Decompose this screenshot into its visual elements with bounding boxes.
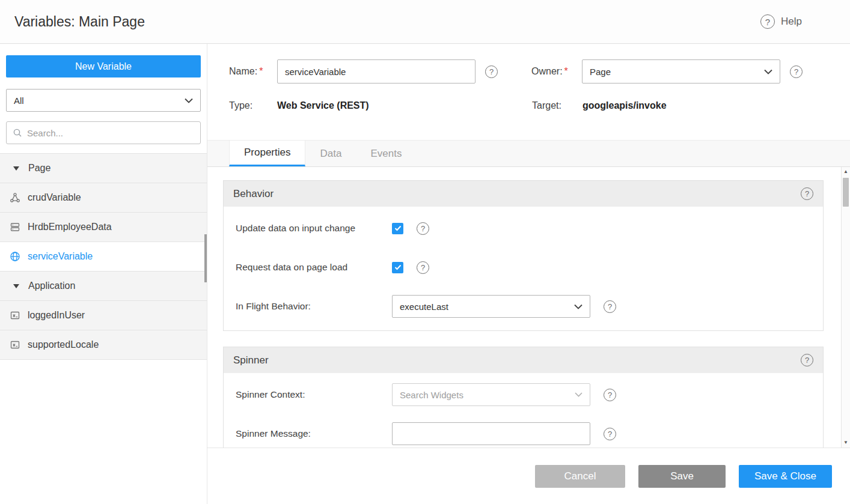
variable-label: HrdbEmployeeData <box>28 222 112 232</box>
required-marker: * <box>564 66 568 76</box>
tab-properties[interactable]: Properties <box>229 141 305 166</box>
tab-data[interactable]: Data <box>305 141 356 166</box>
help-label: Help <box>781 16 802 28</box>
spinner-message-input[interactable] <box>392 422 590 445</box>
chevron-down-icon <box>574 304 582 309</box>
database-icon <box>10 222 20 232</box>
target-label: Target: <box>532 100 582 111</box>
crud-variable-icon <box>10 192 20 203</box>
spinner-context-placeholder: Search Widgets <box>400 390 463 400</box>
field-label: Spinner Context: <box>236 389 392 400</box>
owner-label: Owner:* <box>531 66 582 77</box>
form-row: Spinner Message: ? <box>236 422 811 446</box>
owner-value: Page <box>590 67 611 77</box>
sidebar-scrollbar-thumb[interactable] <box>204 234 207 282</box>
help-icon[interactable]: ? <box>485 65 498 78</box>
chevron-down-icon <box>185 98 193 103</box>
update-data-on-input-change-checkbox[interactable] <box>392 223 403 234</box>
group-label: Application <box>28 281 75 291</box>
help-icon[interactable]: ? <box>604 428 616 440</box>
field-label: In Flight Behavior: <box>236 301 392 312</box>
sidebar-item-hrdbemployeedata[interactable]: HrdbEmployeeData <box>0 213 207 242</box>
field-label: Update data on input change <box>236 223 392 234</box>
filter-select[interactable]: All <box>6 89 201 112</box>
properties-panel: Behavior ? Update data on input change ?… <box>207 167 850 448</box>
field-label: Spinner Message: <box>236 428 392 439</box>
sidebar-group-page[interactable]: Page <box>0 154 207 183</box>
tab-bar: Properties Data Events <box>207 140 850 167</box>
help-icon[interactable]: ? <box>604 389 616 401</box>
dialog-header: Variables: Main Page ? Help <box>0 0 850 44</box>
new-variable-button[interactable]: New Variable <box>6 55 201 77</box>
help-icon: ? <box>760 14 775 29</box>
page-title: Variables: Main Page <box>14 14 145 30</box>
tab-events[interactable]: Events <box>356 141 416 166</box>
variable-form-header: Name:* ? Owner:* Page ? Type: Web Servic… <box>207 44 850 140</box>
help-icon[interactable]: ? <box>790 65 803 78</box>
filter-value: All <box>14 96 24 106</box>
dialog-footer: Cancel Save Save & Close <box>207 448 850 504</box>
section-title: Behavior <box>233 188 274 200</box>
static-variable-icon <box>10 310 20 321</box>
form-row: In Flight Behavior: executeLast ? <box>236 294 811 318</box>
help-icon[interactable]: ? <box>417 261 429 274</box>
group-label: Page <box>28 163 50 174</box>
variable-label: serviceVariable <box>28 251 93 262</box>
field-label: Request data on page load <box>236 262 392 273</box>
sidebar-item-loggedinuser[interactable]: loggedInUser <box>0 301 207 330</box>
chevron-down-icon <box>764 69 772 74</box>
help-icon[interactable]: ? <box>604 300 616 313</box>
variable-label: crudVariable <box>28 192 81 203</box>
search-input[interactable] <box>27 128 194 138</box>
save-button[interactable]: Save <box>638 465 726 488</box>
save-and-close-button[interactable]: Save & Close <box>739 465 832 488</box>
name-input[interactable] <box>277 59 475 83</box>
sidebar-item-crudvariable[interactable]: crudVariable <box>0 183 207 213</box>
type-value: Web Service (REST) <box>277 100 532 111</box>
help-icon[interactable]: ? <box>801 187 813 200</box>
variable-label: supportedLocale <box>28 339 99 350</box>
sidebar-item-supportedlocale[interactable]: supportedLocale <box>0 330 207 360</box>
collapse-triangle-icon <box>11 284 22 288</box>
section-title: Spinner <box>233 354 269 366</box>
scrollbar-thumb[interactable] <box>843 178 849 207</box>
help-button[interactable]: ? Help <box>760 14 802 29</box>
spinner-section: Spinner ? Spinner Context: Search Widget… <box>223 347 824 448</box>
search-box <box>6 121 201 144</box>
static-variable-icon <box>10 339 20 350</box>
cancel-button[interactable]: Cancel <box>535 465 625 488</box>
form-row: Request data on page load ? <box>236 255 811 279</box>
variable-list: Page crudVariable HrdbEmployeeData servi… <box>0 153 207 360</box>
variable-label: loggedInUser <box>28 310 85 321</box>
check-icon <box>394 225 402 231</box>
in-flight-behavior-select[interactable]: executeLast <box>392 295 590 318</box>
request-data-on-page-load-checkbox[interactable] <box>392 262 403 273</box>
chevron-down-icon <box>575 392 582 397</box>
target-value: googleapis/invoke <box>582 100 667 111</box>
help-icon[interactable]: ? <box>417 222 429 235</box>
behavior-section: Behavior ? Update data on input change ?… <box>223 180 824 331</box>
form-row: Spinner Context: Search Widgets ? <box>236 383 811 407</box>
check-icon <box>394 264 402 270</box>
type-label: Type: <box>229 100 277 111</box>
sidebar-group-application[interactable]: Application <box>0 272 207 301</box>
spinner-context-select[interactable]: Search Widgets <box>392 383 590 406</box>
scroll-down-icon[interactable]: ▼ <box>842 438 850 448</box>
required-marker: * <box>259 66 263 76</box>
help-icon[interactable]: ? <box>801 354 813 366</box>
main-panel: Name:* ? Owner:* Page ? Type: Web Servic… <box>207 44 850 504</box>
collapse-triangle-icon <box>11 166 22 171</box>
in-flight-behavior-value: executeLast <box>400 302 448 312</box>
variables-sidebar: New Variable All Page crudVariable HrdbE… <box>0 44 207 504</box>
owner-select[interactable]: Page <box>582 59 780 83</box>
scroll-up-icon[interactable]: ▲ <box>842 167 850 177</box>
content-scrollbar[interactable]: ▲ ▼ <box>841 167 850 448</box>
name-label: Name:* <box>229 66 277 77</box>
form-row: Update data on input change ? <box>236 216 811 240</box>
globe-icon <box>10 251 20 262</box>
search-icon <box>13 128 22 138</box>
sidebar-item-servicevariable[interactable]: serviceVariable <box>0 242 207 272</box>
